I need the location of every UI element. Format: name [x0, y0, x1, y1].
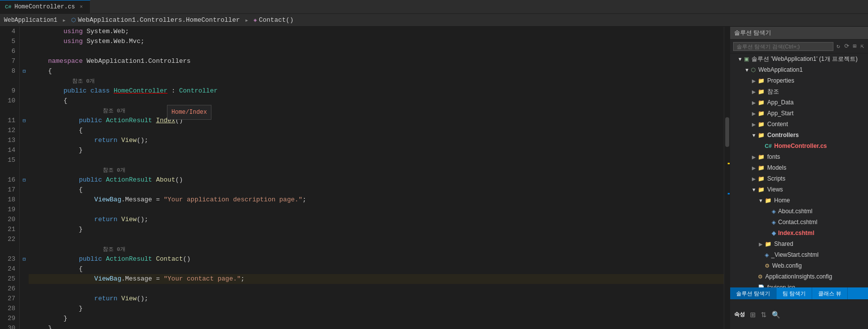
- gutter-collapse-btn[interactable]: [20, 264, 29, 274]
- gutter-collapse-btn[interactable]: ⊟: [20, 66, 29, 76]
- code-line[interactable]: }: [29, 304, 724, 314]
- code-line[interactable]: public class HomeController : Controller: [29, 86, 724, 96]
- bottom-tab-1[interactable]: 팀 탐색기: [777, 287, 812, 299]
- ref-count-label[interactable]: 참조 0개: [103, 106, 125, 116]
- code-line[interactable]: }: [29, 314, 724, 324]
- ref-count-label[interactable]: 참조 0개: [72, 76, 95, 86]
- gutter-collapse-btn[interactable]: [20, 274, 29, 284]
- code-line[interactable]: }: [29, 225, 724, 235]
- ref-count-row[interactable]: 참조 0개: [29, 106, 724, 116]
- tree-item[interactable]: ▶📁Scripts: [730, 173, 868, 184]
- code-line[interactable]: public ActionResult Index() Home/Index: [29, 116, 724, 126]
- tree-item[interactable]: ◈About.cshtml: [730, 206, 868, 217]
- code-line[interactable]: [29, 235, 724, 244]
- gutter-collapse-btn[interactable]: [20, 314, 29, 324]
- gutter-collapse-btn[interactable]: [20, 215, 29, 225]
- ref-count-label[interactable]: 참조 0개: [103, 165, 125, 175]
- gutter-collapse-btn[interactable]: [20, 37, 29, 47]
- gutter-collapse-btn[interactable]: [20, 56, 29, 66]
- bottom-tab-2[interactable]: 클래스 뷰: [812, 287, 848, 299]
- code-line[interactable]: {: [29, 126, 724, 136]
- tree-item[interactable]: ▼⬡WebApplication1: [730, 64, 868, 75]
- gutter-collapse-btn[interactable]: [20, 185, 29, 195]
- code-line[interactable]: using System.Web.Mvc;: [29, 37, 724, 47]
- solution-search-input[interactable]: [733, 42, 833, 51]
- ref-count-row[interactable]: 참조 0개: [29, 76, 724, 86]
- code-line[interactable]: ViewBag.Message = "Your application desc…: [29, 195, 724, 205]
- code-line[interactable]: using System.Web;: [29, 27, 724, 37]
- gutter-collapse-btn[interactable]: ⊟: [20, 254, 29, 264]
- ref-count-row[interactable]: 참조 0개: [29, 244, 724, 254]
- bottom-tab-0[interactable]: 솔루션 탐색기: [730, 287, 777, 299]
- gutter-collapse-btn[interactable]: [20, 195, 29, 205]
- code-line[interactable]: ViewBag.Message = "Your contact page.";: [29, 274, 724, 284]
- method-breadcrumb[interactable]: ◈ Contact(): [253, 16, 293, 24]
- expand-icon[interactable]: ⇱: [860, 42, 865, 51]
- scrollbar-thumb[interactable]: [725, 117, 729, 147]
- gutter-collapse-btn[interactable]: [20, 47, 29, 56]
- project-breadcrumb[interactable]: WebApplication1: [4, 17, 57, 24]
- code-line[interactable]: [29, 205, 724, 215]
- class-breadcrumb[interactable]: ⬡ WebApplication1.Controllers.HomeContro…: [71, 16, 240, 24]
- properties-grid-icon[interactable]: ⊞: [750, 311, 756, 319]
- gutter-collapse-btn[interactable]: ⊟: [20, 175, 29, 185]
- tree-item[interactable]: ▶📁Properties: [730, 75, 868, 86]
- code-line[interactable]: namespace WebApplication1.Controllers: [29, 56, 724, 66]
- gutter-collapse-btn[interactable]: [20, 126, 29, 136]
- code-line[interactable]: public ActionResult Contact(): [29, 254, 724, 264]
- gutter-collapse-btn[interactable]: [20, 225, 29, 235]
- tree-item[interactable]: ▶📁Shared: [730, 238, 868, 249]
- tree-item[interactable]: ⚙ApplicationInsights.config: [730, 271, 868, 282]
- filter-icon[interactable]: ⊞: [852, 42, 858, 51]
- tree-item[interactable]: ▶📁fonts: [730, 151, 868, 162]
- gutter-collapse-btn[interactable]: [20, 27, 29, 37]
- tree-item[interactable]: ▶📁App_Start: [730, 108, 868, 119]
- code-line[interactable]: [29, 47, 724, 56]
- gutter-collapse-btn[interactable]: [20, 205, 29, 215]
- tree-item[interactable]: ▶📁Content: [730, 119, 868, 130]
- gutter-collapse-btn[interactable]: [20, 235, 29, 244]
- gutter-collapse-btn[interactable]: [20, 86, 29, 96]
- gutter-collapse-btn[interactable]: [20, 155, 29, 165]
- code-line[interactable]: }: [29, 324, 724, 329]
- code-line[interactable]: [29, 284, 724, 294]
- code-line[interactable]: }: [29, 145, 724, 155]
- gutter-collapse-btn[interactable]: [20, 136, 29, 145]
- ref-count-row[interactable]: 참조 0개: [29, 165, 724, 175]
- code-line[interactable]: return View();: [29, 294, 724, 304]
- gutter-collapse-btn[interactable]: [20, 145, 29, 155]
- tree-item[interactable]: ▼📁Controllers: [730, 130, 868, 141]
- gutter-collapse-btn[interactable]: ⊟: [20, 116, 29, 126]
- tree-item[interactable]: ◈_ViewStart.cshtml: [730, 249, 868, 260]
- properties-search-icon[interactable]: 🔍: [772, 311, 780, 319]
- gutter-collapse-btn[interactable]: [20, 324, 29, 329]
- properties-sort-icon[interactable]: ⇅: [761, 311, 767, 319]
- gutter-collapse-btn[interactable]: [20, 96, 29, 106]
- code-content[interactable]: using System.Web; using System.Web.Mvc; …: [29, 27, 724, 329]
- tree-item[interactable]: ◈Index.cshtml: [730, 228, 868, 238]
- code-line[interactable]: {: [29, 66, 724, 76]
- tree-item[interactable]: ◈Contact.cshtml: [730, 217, 868, 228]
- tree-item[interactable]: C#HomeController.cs: [730, 141, 868, 151]
- code-line[interactable]: {: [29, 264, 724, 274]
- tree-item[interactable]: ▶📁참조: [730, 86, 868, 97]
- gutter-collapse-btn[interactable]: [20, 294, 29, 304]
- tree-item[interactable]: 📄favicon.ico: [730, 282, 868, 287]
- tab-close-button[interactable]: ×: [78, 3, 85, 10]
- code-line[interactable]: return View();: [29, 215, 724, 225]
- tree-item[interactable]: ▼📁Views: [730, 184, 868, 195]
- code-line[interactable]: {: [29, 185, 724, 195]
- ref-count-label[interactable]: 참조 0개: [103, 244, 125, 254]
- tab-homecontroller[interactable]: C# HomeController.cs ×: [0, 0, 90, 14]
- code-line[interactable]: [29, 155, 724, 165]
- code-line[interactable]: return View();: [29, 136, 724, 145]
- gutter-collapse-btn[interactable]: [20, 304, 29, 314]
- code-line[interactable]: public ActionResult About(): [29, 175, 724, 185]
- tree-item[interactable]: ▼📁Home: [730, 195, 868, 206]
- tree-item[interactable]: ▶📁Models: [730, 162, 868, 173]
- gutter-collapse-btn[interactable]: [20, 284, 29, 294]
- scrollbar-vertical[interactable]: [724, 27, 730, 329]
- code-line[interactable]: {: [29, 96, 724, 106]
- tree-item[interactable]: ▼▣솔루션 'WebApplication1' (1개 프로젝트): [730, 53, 868, 64]
- tree-item[interactable]: ⚙Web.config: [730, 260, 868, 271]
